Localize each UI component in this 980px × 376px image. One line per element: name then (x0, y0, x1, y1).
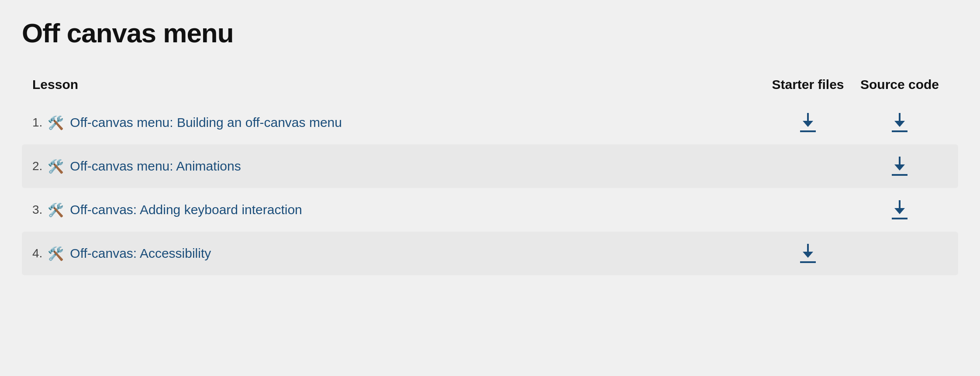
download-bar-icon (800, 130, 816, 132)
lesson-cell: 1. 🛠️ Off-canvas menu: Building an off-c… (32, 115, 764, 130)
download-arrow-icon (892, 113, 908, 129)
lesson-link[interactable]: Off-canvas menu: Animations (70, 159, 764, 174)
lesson-link[interactable]: Off-canvas: Adding keyboard interaction (70, 202, 764, 217)
download-arrow-icon (892, 157, 908, 172)
download-bar-icon (800, 261, 816, 263)
download-bar-icon (892, 218, 908, 219)
download-arrow-icon (800, 113, 816, 129)
page-title: Off canvas menu (22, 17, 958, 48)
source-code-column-header: Source code (852, 77, 948, 92)
lesson-column-header: Lesson (32, 77, 764, 92)
source-code-download[interactable] (852, 157, 948, 176)
starter-download-button[interactable] (799, 244, 817, 263)
download-icon (891, 157, 908, 176)
lesson-number: 2. (32, 159, 42, 173)
lessons-table: Lesson Starter files Source code 1. 🛠️ O… (22, 70, 958, 275)
table-row: 3. 🛠️ Off-canvas: Adding keyboard intera… (22, 188, 958, 232)
table-row: 1. 🛠️ Off-canvas menu: Building an off-c… (22, 101, 958, 144)
download-bar-icon (892, 130, 908, 132)
starter-files-download[interactable] (764, 244, 852, 263)
source-download-button[interactable] (891, 200, 908, 219)
lesson-cell: 4. 🛠️ Off-canvas: Accessibility (32, 246, 764, 261)
source-code-download[interactable] (852, 200, 948, 219)
table-row: 4. 🛠️ Off-canvas: Accessibility (22, 232, 958, 275)
lesson-number: 4. (32, 246, 42, 260)
download-arrow-icon (892, 200, 908, 216)
lesson-link[interactable]: Off-canvas: Accessibility (70, 246, 764, 261)
lesson-link[interactable]: Off-canvas menu: Building an off-canvas … (70, 115, 764, 130)
lesson-number: 3. (32, 203, 42, 217)
wrench-icon: 🛠️ (48, 159, 64, 174)
starter-download-button[interactable] (799, 113, 817, 132)
table-row: 2. 🛠️ Off-canvas menu: Animations (22, 144, 958, 188)
download-bar-icon (892, 174, 908, 176)
download-icon (799, 113, 817, 132)
download-arrow-icon (800, 244, 816, 260)
source-download-button[interactable] (891, 113, 908, 132)
wrench-icon: 🛠️ (48, 202, 64, 218)
starter-files-column-header: Starter files (764, 77, 852, 92)
download-icon (799, 244, 817, 263)
download-icon (891, 113, 908, 132)
lesson-cell: 3. 🛠️ Off-canvas: Adding keyboard intera… (32, 202, 764, 218)
download-icon (891, 200, 908, 219)
lesson-cell: 2. 🛠️ Off-canvas menu: Animations (32, 159, 764, 174)
source-download-button[interactable] (891, 157, 908, 176)
table-header: Lesson Starter files Source code (22, 70, 958, 99)
starter-files-download[interactable] (764, 113, 852, 132)
source-code-download[interactable] (852, 113, 948, 132)
wrench-icon: 🛠️ (48, 246, 64, 261)
wrench-icon: 🛠️ (48, 115, 64, 130)
lesson-number: 1. (32, 116, 42, 130)
